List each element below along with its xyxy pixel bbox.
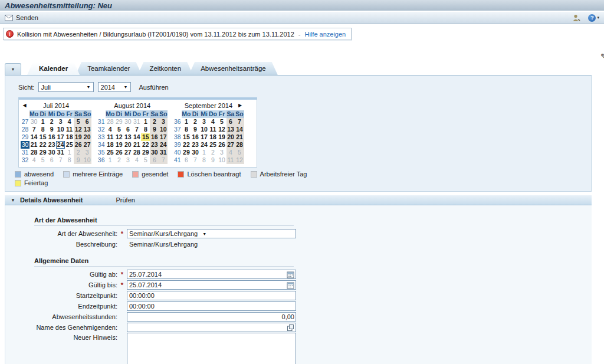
- calendar-day[interactable]: 9: [74, 156, 83, 164]
- calendar-day[interactable]: 24: [200, 141, 209, 149]
- week-number[interactable]: 38: [173, 133, 182, 141]
- end-time-input[interactable]: [129, 303, 294, 310]
- calendar-day[interactable]: 11: [226, 156, 235, 164]
- calendar-day[interactable]: 4: [209, 118, 218, 126]
- calendar-day[interactable]: 7: [159, 156, 168, 164]
- calendar-day[interactable]: 6: [226, 118, 235, 126]
- calendar-day[interactable]: 30: [47, 149, 56, 156]
- week-number[interactable]: 32: [21, 156, 29, 164]
- week-number[interactable]: 33: [97, 133, 106, 141]
- calendar-day[interactable]: 29: [114, 118, 123, 126]
- year-select[interactable]: 2014 ▼: [98, 82, 131, 92]
- calendar-day[interactable]: 15: [182, 133, 191, 141]
- calendar-day[interactable]: 4: [29, 156, 38, 164]
- calendar-day[interactable]: 7: [132, 126, 141, 133]
- calendar-day[interactable]: 3: [159, 118, 168, 126]
- check-button[interactable]: Prüfen: [116, 196, 135, 204]
- calendar-day[interactable]: 31: [56, 149, 65, 156]
- calendar-day[interactable]: 25: [65, 141, 74, 149]
- calendar-day[interactable]: 5: [218, 118, 226, 126]
- calendar-day[interactable]: 4: [106, 126, 114, 133]
- calendar-day[interactable]: 7: [235, 118, 244, 126]
- calendar-day[interactable]: 22: [141, 141, 150, 149]
- tab-zeitkonten[interactable]: Zeitkonten: [137, 62, 193, 75]
- week-number[interactable]: 35: [97, 149, 106, 156]
- collapse-triangle-icon[interactable]: ▼: [11, 198, 15, 203]
- calendar-day[interactable]: 28: [29, 149, 38, 156]
- calendar-day[interactable]: 27: [226, 141, 235, 149]
- calendar-day[interactable]: 8: [38, 126, 47, 133]
- calendar-day[interactable]: 1: [38, 118, 47, 126]
- calendar-day[interactable]: 15: [38, 133, 47, 141]
- new-note-textarea[interactable]: [127, 333, 296, 364]
- calendar-day[interactable]: 22: [38, 141, 47, 149]
- execute-button[interactable]: Ausführen: [139, 84, 169, 91]
- calendar-day[interactable]: 1: [182, 118, 191, 126]
- calendar-day[interactable]: 12: [74, 126, 83, 133]
- send-button[interactable]: Senden: [5, 14, 38, 21]
- next-month-icon[interactable]: ▶: [237, 103, 244, 108]
- calendar-day[interactable]: 2: [47, 118, 56, 126]
- calendar-day[interactable]: 7: [56, 156, 65, 164]
- date-picker-icon[interactable]: [287, 271, 294, 278]
- calendar-day[interactable]: 26: [114, 149, 123, 156]
- calendar-day[interactable]: 8: [65, 156, 74, 164]
- calendar-day[interactable]: 12: [218, 126, 226, 133]
- calendar-day[interactable]: 3: [200, 118, 209, 126]
- calendar-day[interactable]: 9: [209, 156, 218, 164]
- calendar-day[interactable]: 7: [29, 126, 38, 133]
- week-number[interactable]: 41: [173, 156, 182, 164]
- week-number[interactable]: 34: [97, 141, 106, 149]
- week-number[interactable]: 28: [21, 126, 29, 133]
- calendar-day[interactable]: 12: [114, 133, 123, 141]
- edit-pencil-icon[interactable]: ✎: [600, 52, 604, 61]
- tab-overview-dropdown-button[interactable]: ▼: [5, 63, 21, 75]
- help-button[interactable]: ? ▾: [588, 14, 599, 22]
- calendar-day[interactable]: 8: [200, 156, 209, 164]
- calendar-day[interactable]: 16: [150, 133, 159, 141]
- calendar-day[interactable]: 30: [191, 149, 200, 156]
- month-select[interactable]: Juli ▼: [38, 82, 94, 92]
- calendar-day[interactable]: 2: [191, 118, 200, 126]
- value-help-icon[interactable]: [287, 324, 294, 332]
- week-number[interactable]: 32: [97, 126, 106, 133]
- valid-from-input[interactable]: [129, 271, 287, 278]
- calendar-day[interactable]: 7: [191, 156, 200, 164]
- week-number[interactable]: 37: [173, 126, 182, 133]
- calendar-day[interactable]: 1: [200, 149, 209, 156]
- calendar-day[interactable]: 17: [200, 133, 209, 141]
- calendar-day[interactable]: 13: [123, 133, 132, 141]
- calendar-day[interactable]: 22: [182, 141, 191, 149]
- calendar-day[interactable]: 4: [132, 156, 141, 164]
- calendar-day[interactable]: 21: [132, 141, 141, 149]
- calendar-day[interactable]: 5: [235, 149, 244, 156]
- calendar-day[interactable]: 29: [141, 149, 150, 156]
- week-number[interactable]: 31: [97, 118, 106, 126]
- week-number[interactable]: 31: [21, 149, 29, 156]
- calendar-day[interactable]: 3: [123, 156, 132, 164]
- calendar-day[interactable]: 9: [47, 126, 56, 133]
- calendar-day[interactable]: 9: [150, 126, 159, 133]
- date-picker-icon[interactable]: [287, 281, 294, 289]
- calendar-day[interactable]: 16: [191, 133, 200, 141]
- calendar-day[interactable]: 14: [132, 133, 141, 141]
- week-number[interactable]: 36: [173, 118, 182, 126]
- calendar-day[interactable]: 4: [226, 149, 235, 156]
- calendar-day[interactable]: 6: [47, 156, 56, 164]
- calendar-day[interactable]: 17: [56, 133, 65, 141]
- calendar-day[interactable]: 2: [150, 118, 159, 126]
- start-time-input[interactable]: [129, 292, 294, 300]
- absence-hours-input[interactable]: [129, 313, 294, 321]
- calendar-day[interactable]: 10: [56, 126, 65, 133]
- calendar-day[interactable]: 26: [74, 141, 83, 149]
- calendar-day[interactable]: 23: [150, 141, 159, 149]
- calendar-day[interactable]: 28: [106, 118, 114, 126]
- calendar-day[interactable]: 10: [83, 156, 91, 164]
- calendar-day[interactable]: 3: [83, 149, 91, 156]
- calendar-day[interactable]: 5: [141, 156, 150, 164]
- calendar-day[interactable]: 25: [209, 141, 218, 149]
- calendar-day[interactable]: 20: [226, 133, 235, 141]
- week-number[interactable]: 30: [21, 141, 29, 149]
- calendar-day[interactable]: 24: [56, 141, 65, 149]
- calendar-day[interactable]: 2: [74, 149, 83, 156]
